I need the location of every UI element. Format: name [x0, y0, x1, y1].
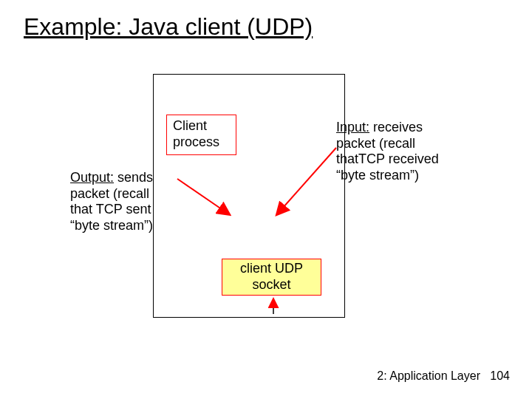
input-label: Input:: [336, 120, 369, 134]
input-rest1: receives: [369, 120, 423, 134]
slide-title: Example: Java client (UDP): [24, 13, 313, 41]
client-box-line1: Client: [173, 118, 230, 134]
input-line4: “byte stream”): [336, 168, 480, 184]
input-line3: thatTCP received: [336, 151, 480, 168]
client-process-box: Client process: [166, 115, 236, 155]
footer-page-number: 104: [490, 369, 510, 383]
output-line1: Output: sends: [70, 170, 188, 186]
slide: Example: Java client (UDP) Client proces…: [0, 0, 532, 399]
socket-line2: socket: [225, 277, 318, 293]
output-line3: that TCP sent: [70, 202, 188, 218]
socket-line1: client UDP: [225, 261, 318, 277]
output-label: Output:: [70, 170, 114, 185]
input-line2: packet (recall: [336, 136, 480, 152]
output-rest1: sends: [114, 170, 153, 185]
output-line2: packet (recall: [70, 186, 188, 202]
client-udp-socket-box: client UDP socket: [222, 259, 321, 296]
input-line1: Input: receives: [336, 120, 480, 136]
input-annotation: Input: receives packet (recall thatTCP r…: [336, 120, 480, 183]
footer-layer-text: 2: Application Layer: [377, 369, 480, 383]
output-line4: “byte stream”): [70, 218, 188, 234]
client-box-line2: process: [173, 134, 230, 151]
output-annotation: Output: sends packet (recall that TCP se…: [70, 170, 188, 233]
